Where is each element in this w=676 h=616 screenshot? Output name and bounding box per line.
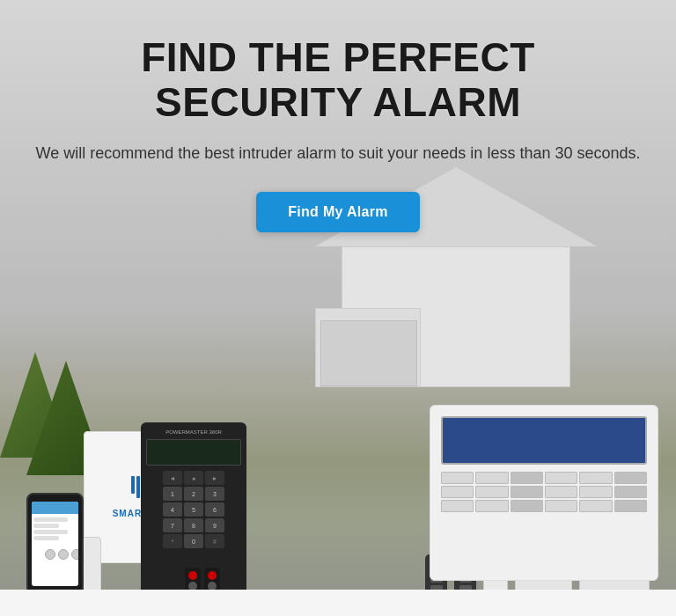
keypad-btn-back: ◄ [163,471,182,485]
phone-btn-1 [45,549,55,560]
keypad-row-3: 4 5 6 [146,502,241,517]
hero-title: FIND THE PERFECT SECURITY ALARM [0,35,676,124]
panel-key-6 [614,472,647,484]
panel-key-2 [475,472,508,484]
keypad-row-2: 1 2 3 [146,487,241,501]
phone-buttons [45,549,78,560]
keypad-btn-ok: ● [184,471,203,485]
title-line1: FIND THE PERFECT [141,34,535,80]
remote-btn-red [188,571,197,580]
keypad-row-4: 7 8 9 [146,518,241,532]
phone-content-line [33,530,68,534]
panel-key-10 [545,486,577,498]
title-line2: SECURITY ALARM [155,79,521,125]
keypad-btn-8: 8 [184,518,203,532]
panel-key-17 [579,500,612,512]
panel-key-14 [475,500,508,512]
find-my-alarm-button[interactable]: Find My Alarm [256,192,420,232]
remote-btn-red2 [208,571,217,580]
phone-app-content [32,514,78,544]
phone-btn-2 [58,549,69,560]
keypad-btn-2: 2 [184,487,203,501]
keypad-btn-0: 0 [184,534,203,548]
keypad-btn-4: 4 [163,502,182,517]
panel-key-5 [579,472,612,484]
panel-key-8 [475,486,508,498]
keypad-btn-3: 3 [205,487,224,501]
phone-btn-3 [71,549,78,560]
smartech-stripe-1 [131,476,135,494]
panel-key-7 [441,486,474,498]
panel-key-16 [545,500,577,512]
smartphone-device [26,493,84,598]
keypad-row-5: * 0 # [146,534,241,548]
keypad-btn-fwd: ► [205,471,224,485]
panel-key-1 [441,472,474,484]
keypad-btn-7: 7 [163,518,182,532]
keypad-screen [146,439,241,466]
phone-content-line [33,517,68,522]
keypad-row-1: ◄ ● ► [146,471,241,485]
panel-key-12 [614,486,647,498]
smartech-stripe-2 [136,476,140,498]
white-bottom-bar [0,590,676,616]
panel-key-3 [511,472,543,484]
panel-key-18 [614,500,647,512]
phone-content-line [33,536,59,540]
keypad-btn-9: 9 [205,518,224,532]
hero-section: FIND THE PERFECT SECURITY ALARM We will … [0,0,676,616]
hero-subtitle: We will recommend the best intruder alar… [0,142,676,165]
keypad-model-label: POWERMASTER 360R [146,429,241,435]
panel-key-15 [511,500,543,512]
phone-content-line [33,524,59,528]
keypad-btn-1: 1 [163,487,182,501]
panel-key-9 [511,486,543,498]
keypad-btn-5: 5 [184,502,203,517]
keypad-btn-6: 6 [205,502,224,517]
phone-app-header [32,502,78,514]
alarm-panel-keypad [441,472,647,512]
hero-text-area: FIND THE PERFECT SECURITY ALARM We will … [0,35,676,232]
keypad-btn-star: * [163,534,182,548]
panel-key-11 [579,486,612,498]
panel-key-13 [441,500,474,512]
alarm-panel-screen [441,416,647,465]
phone-screen [32,502,78,586]
panel-key-4 [545,472,577,484]
keypad-btn-hash: # [205,534,224,548]
main-alarm-panel [430,405,658,581]
